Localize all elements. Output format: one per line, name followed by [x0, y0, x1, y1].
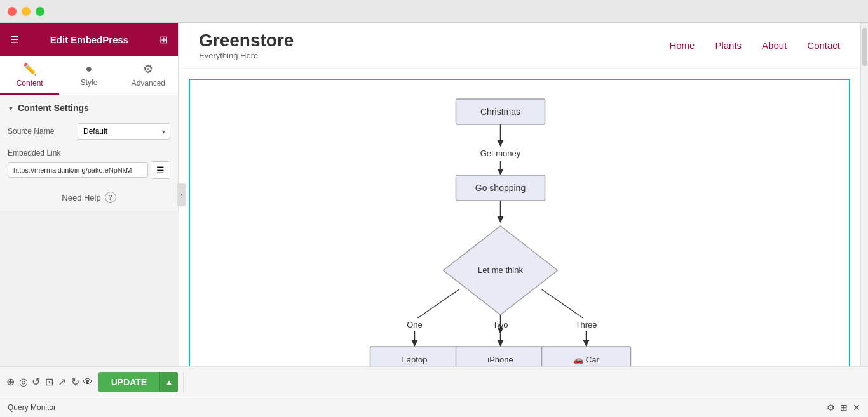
- section-title: Content Settings: [18, 103, 89, 113]
- source-name-label: Source Name: [8, 127, 78, 136]
- embedded-link-label: Embedded Link: [8, 149, 170, 157]
- nav-home[interactable]: Home: [669, 40, 695, 51]
- help-icon: ?: [105, 192, 116, 203]
- collapse-handle[interactable]: ‹: [177, 183, 186, 206]
- main-layout: ☰ Edit EmbedPress ⊞ ✏️ Content ● Style ⚙…: [0, 23, 868, 366]
- diagram-container: Christmas Get money Go shopping: [189, 79, 850, 366]
- one-node: One: [407, 320, 423, 329]
- svg-marker-2: [498, 140, 504, 147]
- need-help-label: Need Help: [62, 193, 100, 202]
- qm-close-icon[interactable]: ✕: [853, 402, 860, 413]
- right-scrollbar[interactable]: [860, 23, 868, 366]
- site-logo: Greenstore Everything Here: [199, 30, 294, 60]
- qm-settings-icon[interactable]: ⚙: [827, 402, 835, 413]
- embedded-link-edit-button[interactable]: ☰: [151, 161, 170, 179]
- svg-marker-17: [498, 340, 504, 347]
- tab-content[interactable]: ✏️ Content: [0, 56, 59, 95]
- go-shopping-node: Go shopping: [475, 183, 526, 193]
- close-button[interactable]: [8, 7, 17, 16]
- tab-style-label: Style: [81, 78, 98, 87]
- tab-advanced-label: Advanced: [132, 79, 165, 88]
- maximize-button[interactable]: [36, 7, 44, 16]
- advanced-icon: ⚙: [143, 62, 153, 76]
- panel-header: ☰ Edit EmbedPress ⊞: [0, 23, 178, 56]
- svg-line-12: [542, 289, 583, 318]
- embedded-link-row: ☰: [8, 161, 170, 179]
- get-money-node: Get money: [480, 149, 521, 158]
- grid-icon[interactable]: ⊞: [159, 34, 168, 46]
- christmas-node: Christmas: [480, 107, 520, 117]
- svg-line-9: [418, 289, 459, 318]
- laptop-node: Laptop: [402, 355, 428, 364]
- source-name-row: Source Name Default ▾: [8, 123, 170, 140]
- update-button[interactable]: UPDATE: [98, 372, 160, 392]
- nav-contact[interactable]: Contact: [807, 40, 840, 51]
- three-node: Three: [576, 320, 597, 329]
- titlebar: [0, 0, 868, 23]
- svg-marker-7: [498, 216, 504, 223]
- panel-title: Edit EmbedPress: [50, 34, 128, 45]
- embedded-link-input[interactable]: [8, 162, 148, 178]
- panel-tabs: ✏️ Content ● Style ⚙ Advanced: [0, 56, 178, 95]
- query-monitor-actions: ⚙ ⊞ ✕: [827, 402, 860, 413]
- section-toggle-icon[interactable]: ▼: [8, 105, 14, 112]
- sync-icon[interactable]: ↻: [70, 373, 80, 391]
- site-title: Greenstore: [199, 30, 294, 51]
- svg-marker-4: [498, 169, 504, 175]
- left-panel: ☰ Edit EmbedPress ⊞ ✏️ Content ● Style ⚙…: [0, 23, 179, 211]
- share-icon[interactable]: ↗: [57, 373, 67, 391]
- right-content: Greenstore Everything Here Home Plants A…: [179, 23, 860, 366]
- scrollbar-thumb: [862, 28, 867, 66]
- nav-plants[interactable]: Plants: [715, 40, 742, 51]
- tab-advanced[interactable]: ⚙ Advanced: [119, 56, 178, 95]
- content-icon: ✏️: [23, 62, 37, 76]
- tab-content-label: Content: [17, 79, 43, 88]
- minimize-button[interactable]: [22, 7, 31, 16]
- bottom-toolbar: ⊕ ◎ ↺ ⊡ ↗ ↻ 👁 UPDATE ▲: [0, 366, 868, 397]
- panel-content: ▼ Content Settings Source Name Default ▾: [0, 95, 178, 211]
- qm-expand-icon[interactable]: ⊞: [840, 402, 848, 413]
- responsive-icon[interactable]: ⊡: [44, 373, 54, 391]
- content-area: Christmas Get money Go shopping: [179, 69, 860, 366]
- car-node: 🚗 Car: [573, 354, 599, 365]
- update-btn-group: UPDATE ▲: [98, 372, 178, 392]
- eye-icon[interactable]: 👁: [83, 373, 93, 391]
- iphone-node: iPhone: [487, 355, 513, 364]
- site-tagline: Everything Here: [199, 51, 294, 60]
- left-bottom-toolbar: ⊕ ◎ ↺ ⊡ ↗ ↻ 👁 UPDATE ▲: [5, 372, 184, 392]
- elements-icon[interactable]: ◎: [18, 373, 28, 391]
- query-monitor-bar: Query Monitor ⚙ ⊞ ✕: [0, 397, 868, 417]
- nav-about[interactable]: About: [762, 40, 787, 51]
- svg-marker-14: [412, 340, 418, 347]
- site-header: Greenstore Everything Here Home Plants A…: [179, 23, 860, 69]
- tab-style[interactable]: ● Style: [59, 56, 118, 95]
- source-name-select[interactable]: Default: [78, 123, 170, 140]
- style-icon: ●: [86, 62, 93, 76]
- update-dropdown-button[interactable]: ▲: [159, 372, 178, 392]
- left-panel-wrapper: ☰ Edit EmbedPress ⊞ ✏️ Content ● Style ⚙…: [0, 23, 179, 366]
- embedded-link-section: Embedded Link ☰: [8, 149, 170, 179]
- hamburger-icon[interactable]: ☰: [10, 34, 19, 46]
- history-icon[interactable]: ↺: [31, 373, 41, 391]
- svg-marker-20: [583, 340, 590, 347]
- source-name-select-wrapper: Default ▾: [78, 123, 170, 140]
- need-help-section[interactable]: Need Help ?: [8, 192, 170, 203]
- section-header: ▼ Content Settings: [8, 103, 170, 113]
- layers-icon[interactable]: ⊕: [5, 373, 15, 391]
- two-node: Two: [493, 320, 508, 329]
- flowchart-svg: Christmas Get money Go shopping: [203, 93, 836, 366]
- site-nav: Home Plants About Contact: [669, 40, 840, 51]
- let-me-think-node: Let me think: [478, 265, 523, 275]
- query-monitor-label: Query Monitor: [8, 403, 56, 412]
